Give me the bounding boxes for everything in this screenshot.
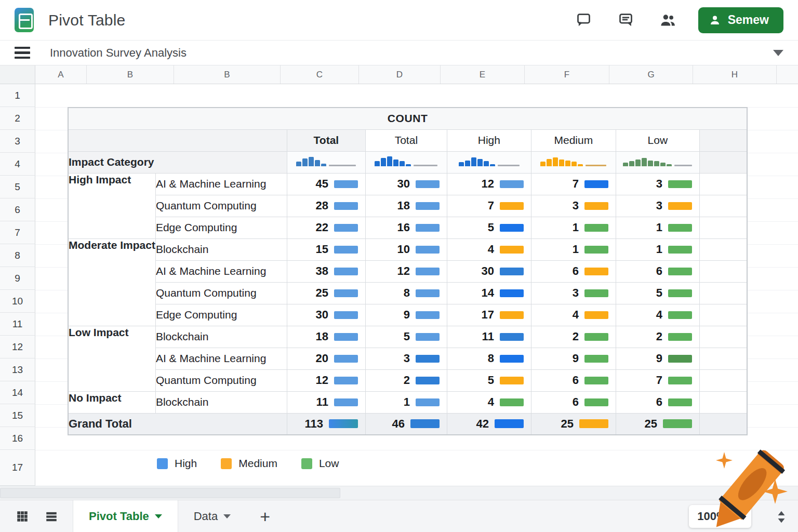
- add-sheet-button[interactable]: +: [260, 508, 270, 525]
- value-cell[interactable]: 4: [531, 304, 616, 326]
- impact-label-cell[interactable]: High Impact: [68, 173, 155, 238]
- chevron-down-icon[interactable]: [773, 50, 783, 56]
- row-header-1[interactable]: 1: [0, 84, 35, 107]
- document-title[interactable]: Innovation Survey Analysis: [50, 46, 187, 60]
- value-cell[interactable]: 20: [287, 348, 365, 369]
- value-cell[interactable]: 38: [287, 260, 365, 282]
- pivot-column-header-total[interactable]: Total: [287, 129, 365, 151]
- value-cell[interactable]: 9: [616, 348, 699, 369]
- column-header-B[interactable]: B: [174, 65, 281, 84]
- value-cell[interactable]: 3: [531, 195, 616, 217]
- value-cell[interactable]: 9: [531, 348, 616, 369]
- all-sheets-grid-icon[interactable]: [16, 510, 29, 523]
- column-header-C[interactable]: C: [281, 65, 359, 84]
- row-header-3[interactable]: 3: [0, 130, 35, 153]
- column-header-H[interactable]: H: [693, 65, 777, 84]
- value-cell[interactable]: 8: [365, 282, 447, 304]
- zoom-control[interactable]: 100%: [689, 505, 751, 528]
- value-cell[interactable]: 6: [616, 391, 699, 413]
- value-cell[interactable]: 1: [616, 238, 699, 260]
- pivot-column-header-high[interactable]: High: [447, 129, 531, 151]
- row-header-14[interactable]: 14: [0, 381, 35, 404]
- row-header-13[interactable]: 13: [0, 358, 35, 381]
- value-cell[interactable]: 30: [365, 173, 447, 195]
- value-cell[interactable]: 1: [531, 238, 616, 260]
- technology-cell[interactable]: AI & Machine Learning: [155, 348, 287, 369]
- technology-cell[interactable]: Blockchain: [155, 326, 287, 348]
- value-cell[interactable]: 28: [287, 195, 365, 217]
- value-cell[interactable]: 12: [365, 260, 447, 282]
- share-people-icon[interactable]: [659, 11, 676, 29]
- value-cell[interactable]: 4: [616, 304, 699, 326]
- menu-icon[interactable]: [15, 47, 30, 59]
- impact-label-cell[interactable]: Low Impact: [68, 326, 155, 391]
- grand-total-value-cell[interactable]: 25: [616, 413, 699, 435]
- grand-total-label[interactable]: Grand Total: [68, 413, 287, 435]
- technology-cell[interactable]: Blockchain: [155, 391, 287, 413]
- row-header-9[interactable]: 9: [0, 267, 35, 290]
- technology-cell[interactable]: AI & Machine Learning: [155, 260, 287, 282]
- pivot-column-header-total[interactable]: Total: [365, 129, 447, 151]
- row-header-5[interactable]: 5: [0, 176, 35, 198]
- technology-cell[interactable]: AI & Machine Learning: [155, 173, 287, 195]
- technology-cell[interactable]: Edge Computing: [155, 217, 287, 238]
- value-cell[interactable]: 7: [447, 195, 531, 217]
- grand-total-value-cell[interactable]: 42: [447, 413, 531, 435]
- column-header-F[interactable]: F: [525, 65, 609, 84]
- value-cell[interactable]: 12: [447, 173, 531, 195]
- value-cell[interactable]: 4: [447, 391, 531, 413]
- value-cell[interactable]: 12: [287, 369, 365, 391]
- value-cell[interactable]: 6: [531, 260, 616, 282]
- value-cell[interactable]: 1: [616, 217, 699, 238]
- row-header-16[interactable]: 16: [0, 427, 35, 450]
- value-cell[interactable]: 5: [616, 282, 699, 304]
- value-cell[interactable]: 16: [365, 217, 447, 238]
- pivot-column-header-low[interactable]: Low: [616, 129, 699, 151]
- value-cell[interactable]: 2: [365, 369, 447, 391]
- explore-diamond-icon[interactable]: [775, 510, 788, 524]
- grand-total-value-cell[interactable]: 113: [287, 413, 365, 435]
- share-button[interactable]: Semew: [698, 7, 783, 33]
- impact-label-cell[interactable]: Moderate Impact: [68, 238, 155, 326]
- row-header-7[interactable]: 7: [0, 221, 35, 244]
- value-cell[interactable]: 7: [616, 369, 699, 391]
- value-cell[interactable]: 2: [616, 326, 699, 348]
- value-cell[interactable]: 5: [447, 217, 531, 238]
- row-header-8[interactable]: 8: [0, 244, 35, 267]
- value-cell[interactable]: 6: [616, 260, 699, 282]
- value-cell[interactable]: 5: [447, 369, 531, 391]
- value-cell[interactable]: 1: [531, 217, 616, 238]
- row-header-4[interactable]: 4: [0, 153, 35, 176]
- row-header-2[interactable]: 2: [0, 107, 35, 130]
- technology-cell[interactable]: Blockchain: [155, 238, 287, 260]
- value-cell[interactable]: 18: [287, 326, 365, 348]
- sheet-tab-pivot-table[interactable]: Pivot Table: [73, 500, 178, 532]
- technology-cell[interactable]: Edge Computing: [155, 304, 287, 326]
- row-header-12[interactable]: 12: [0, 336, 35, 358]
- value-cell[interactable]: 22: [287, 217, 365, 238]
- value-cell[interactable]: 6: [531, 369, 616, 391]
- value-cell[interactable]: 3: [616, 195, 699, 217]
- row-header-15[interactable]: 15: [0, 404, 35, 427]
- column-header-G[interactable]: G: [609, 65, 693, 84]
- value-cell[interactable]: 4: [447, 238, 531, 260]
- row-header-6[interactable]: 6: [0, 198, 35, 221]
- value-cell[interactable]: 18: [365, 195, 447, 217]
- chat-icon[interactable]: [575, 11, 592, 29]
- value-cell[interactable]: 1: [365, 391, 447, 413]
- value-cell[interactable]: 8: [447, 348, 531, 369]
- value-cell[interactable]: 11: [447, 326, 531, 348]
- value-cell[interactable]: 14: [447, 282, 531, 304]
- select-all-corner[interactable]: [0, 65, 35, 84]
- value-cell[interactable]: 9: [365, 304, 447, 326]
- value-cell[interactable]: 3: [616, 173, 699, 195]
- value-cell[interactable]: 5: [365, 326, 447, 348]
- value-cell[interactable]: 10: [365, 238, 447, 260]
- grand-total-value-cell[interactable]: 46: [365, 413, 447, 435]
- sheet-tab-data[interactable]: Data: [178, 500, 246, 532]
- value-cell[interactable]: 3: [365, 348, 447, 369]
- value-cell[interactable]: 3: [531, 282, 616, 304]
- column-header-D[interactable]: D: [359, 65, 441, 84]
- value-cell[interactable]: 11: [287, 391, 365, 413]
- value-cell[interactable]: 17: [447, 304, 531, 326]
